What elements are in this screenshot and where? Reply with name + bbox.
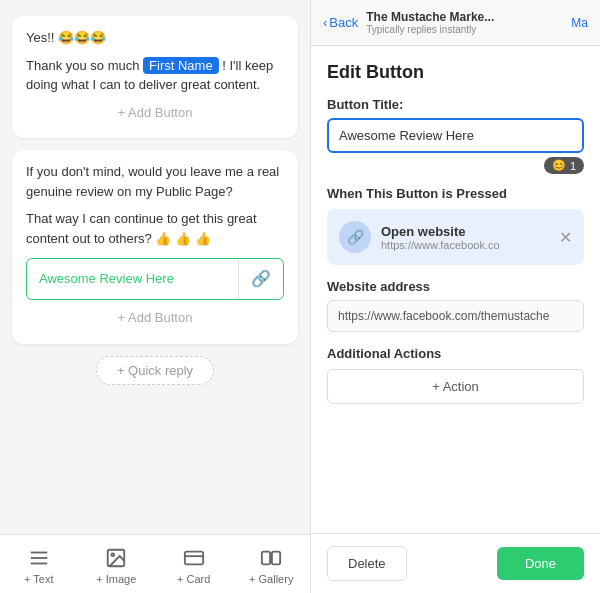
message-text-2: If you don't mind, would you leave me a … xyxy=(26,162,284,201)
back-chevron-icon: ‹ xyxy=(323,15,327,30)
button-title-input[interactable] xyxy=(327,118,584,153)
edit-button-title: Edit Button xyxy=(327,62,584,83)
message-text-2b: That way I can continue to get this grea… xyxy=(26,209,284,248)
action-url: https://www.facebook.co xyxy=(381,239,549,251)
toolbar-gallery[interactable]: + Gallery xyxy=(233,543,311,589)
action-card: 🔗 Open website https://www.facebook.co ✕ xyxy=(327,209,584,265)
gallery-icon xyxy=(260,547,282,569)
website-label: Website address xyxy=(327,279,584,294)
svg-rect-8 xyxy=(272,552,280,565)
thank-you-text: Thank you so much xyxy=(26,58,143,73)
when-pressed-label: When This Button is Pressed xyxy=(327,186,584,201)
message-bubble-2: If you don't mind, would you leave me a … xyxy=(12,150,298,344)
button-title-label: Button Title: xyxy=(327,97,584,112)
toolbar-card[interactable]: + Card xyxy=(155,543,233,589)
chat-area: Yes!! 😂😂😂 Thank you so much First Name !… xyxy=(0,0,310,534)
page-name: The Mustache Marke... xyxy=(366,10,563,24)
page-info: The Mustache Marke... Typically replies … xyxy=(366,10,563,35)
toolbar-card-label: + Card xyxy=(177,573,210,585)
bottom-toolbar: + Text + Image + Card + Gallery xyxy=(0,534,310,593)
link-icon: 🔗 xyxy=(238,259,283,299)
delete-button[interactable]: Delete xyxy=(327,546,407,581)
back-button[interactable]: ‹ Back xyxy=(323,15,358,30)
action-text: Open website https://www.facebook.co xyxy=(381,224,549,251)
page-subtitle: Typically replies instantly xyxy=(366,24,563,35)
review-button-container[interactable]: Awesome Review Here 🔗 xyxy=(26,258,284,300)
message-line-1: Yes!! 😂😂😂 xyxy=(26,28,284,48)
emoji-badge: 😊 1 xyxy=(327,157,584,174)
toolbar-gallery-label: + Gallery xyxy=(249,573,293,585)
toolbar-image[interactable]: + Image xyxy=(78,543,156,589)
quick-reply-button[interactable]: + Quick reply xyxy=(96,356,214,385)
done-button[interactable]: Done xyxy=(497,547,584,580)
message-bubble-1: Yes!! 😂😂😂 Thank you so much First Name !… xyxy=(12,16,298,138)
action-title: Open website xyxy=(381,224,549,239)
text-icon xyxy=(28,547,50,569)
card-icon xyxy=(183,547,205,569)
message-line-2: Thank you so much First Name ! I'll keep… xyxy=(26,56,284,95)
bottom-actions: Delete Done xyxy=(311,533,600,593)
link-circle-icon: 🔗 xyxy=(339,221,371,253)
toolbar-text-label: + Text xyxy=(24,573,53,585)
svg-point-4 xyxy=(112,553,115,556)
left-panel: Yes!! 😂😂😂 Thank you so much First Name !… xyxy=(0,0,310,593)
action-close-icon[interactable]: ✕ xyxy=(559,228,572,247)
add-button-1[interactable]: + Add Button xyxy=(26,95,284,127)
right-panel: ‹ Back The Mustache Marke... Typically r… xyxy=(310,0,600,593)
toolbar-image-label: + Image xyxy=(96,573,136,585)
svg-rect-5 xyxy=(185,552,203,565)
website-input[interactable] xyxy=(327,300,584,332)
image-icon xyxy=(105,547,127,569)
back-label: Back xyxy=(329,15,358,30)
svg-rect-7 xyxy=(262,552,270,565)
first-name-tag: First Name xyxy=(143,57,219,74)
add-button-2[interactable]: + Add Button xyxy=(26,300,284,332)
add-action-button[interactable]: + Action xyxy=(327,369,584,404)
messenger-header: ‹ Back The Mustache Marke... Typically r… xyxy=(311,0,600,46)
page-link[interactable]: Ma xyxy=(571,16,588,30)
emoji-count: 1 xyxy=(570,160,576,172)
toolbar-text[interactable]: + Text xyxy=(0,543,78,589)
review-button-label: Awesome Review Here xyxy=(27,261,238,297)
additional-label: Additional Actions xyxy=(327,346,584,361)
emoji-icon: 😊 xyxy=(552,159,566,172)
quick-reply-row: + Quick reply xyxy=(12,356,298,385)
emoji-pill: 😊 1 xyxy=(544,157,584,174)
edit-button-section: Edit Button Button Title: 😊 1 When This … xyxy=(311,46,600,533)
